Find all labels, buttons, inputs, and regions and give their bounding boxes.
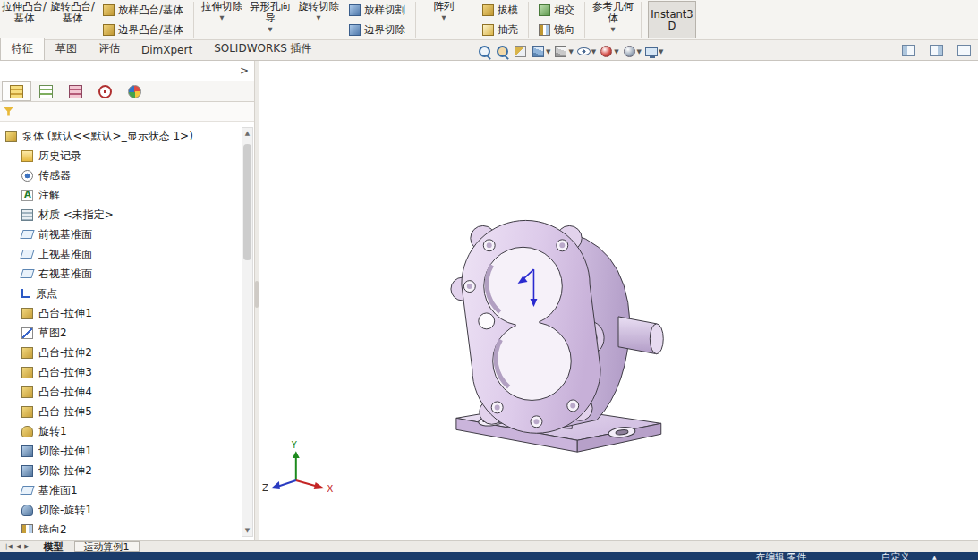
view-toolbar-button[interactable]: ▼ [531, 44, 550, 59]
tree-item[interactable]: 凸台-拉伸1 [0, 303, 254, 323]
status-custom-button[interactable]: 自定义 [881, 552, 910, 560]
tree-item[interactable]: 草图2 [0, 323, 254, 343]
ribbon-button-shell[interactable]: 抽壳 [476, 20, 524, 39]
ribbon-button-reference-geometry[interactable]: 参考几何体▼ [589, 0, 637, 39]
ribbon-button-revolved-boss[interactable]: 旋转凸台/基体 [48, 0, 97, 39]
tree-filter-row [0, 102, 254, 122]
triad-x-label: X [327, 484, 334, 494]
tree-item[interactable]: 凸台-拉伸2 [0, 343, 254, 362]
pane-left-icon[interactable] [902, 45, 915, 56]
ribbon-button-boundary-cut[interactable]: 边界切除 [343, 20, 412, 39]
tree-item[interactable]: 基准面1 [0, 480, 254, 500]
ribbon-button-label: 旋转凸台/基体 [48, 1, 97, 24]
command-tab[interactable]: 草图 [45, 38, 88, 60]
pane-right-icon[interactable] [930, 45, 943, 56]
tree-item-label: 历史记录 [38, 148, 81, 164]
ribbon-button-lofted-boss[interactable]: 放样凸台/基体 [97, 0, 190, 20]
ribbon-button-revolved-cut[interactable]: 旋转切除▼ [294, 0, 343, 39]
panel-tab[interactable] [31, 81, 61, 101]
ribbon-button-lofted-cut[interactable]: 放样切割 [343, 0, 412, 20]
tree-item-label: 基准面1 [38, 483, 78, 498]
command-tab[interactable]: SOLIDWORKS 插件 [203, 38, 322, 60]
study-tab[interactable]: 模型 [35, 541, 72, 552]
tree-item[interactable]: 材质 <未指定> [0, 205, 254, 225]
panel-tab[interactable] [90, 81, 120, 101]
panel-tab[interactable] [2, 81, 31, 101]
tree-item[interactable]: 原点 [0, 284, 254, 303]
dropdown-arrow-icon[interactable]: ▼ [610, 26, 615, 33]
model-stub-cylinder[interactable] [618, 317, 663, 354]
tree-item[interactable]: 镜向2 [0, 520, 254, 533]
ribbon-button-mirror[interactable]: 镜向 [532, 20, 581, 39]
boss-extrude-icon [21, 347, 33, 359]
view-toolbar-button[interactable]: ▼ [576, 44, 596, 59]
view-toolbar-button[interactable]: ▼ [622, 44, 642, 59]
tree-item-label: 凸台-拉伸4 [38, 385, 92, 400]
command-tab[interactable]: 评估 [88, 38, 131, 60]
ribbon-button-boundary-boss[interactable]: 边界凸台/基体 [97, 20, 190, 39]
dropdown-arrow-icon[interactable]: ▼ [659, 48, 663, 55]
view-toolbar-button[interactable]: ▼ [599, 44, 618, 59]
dropdown-arrow-icon[interactable]: ▼ [441, 14, 446, 21]
view-toolbar-button[interactable]: ▼ [644, 45, 663, 59]
previous-study-icon[interactable]: ◀ [16, 543, 21, 550]
collapse-ribbon-icon[interactable] [957, 45, 971, 56]
ribbon-button-boss-extrude[interactable]: 拉伸凸台/基体 [0, 0, 48, 39]
panel-tab[interactable] [120, 81, 149, 101]
ribbon-button-hole-wizard[interactable]: 异形孔向导▼ [246, 0, 294, 39]
model-dowel-hole[interactable] [479, 313, 495, 329]
tree-item[interactable]: 旋转1 [0, 421, 254, 441]
first-study-icon[interactable]: |◀ [5, 543, 13, 550]
tree-item[interactable]: 传感器 [0, 165, 254, 185]
command-tab[interactable]: DimXpert [131, 41, 203, 60]
dropdown-arrow-icon[interactable]: ▼ [268, 26, 272, 33]
ribbon-button-extruded-cut[interactable]: 拉伸切除▼ [198, 0, 246, 39]
tree-root-item[interactable]: 泵体 (默认<<默认>_显示状态 1>) [0, 126, 254, 146]
ribbon-separator [415, 2, 416, 38]
model-geometry[interactable] [451, 220, 663, 452]
tree-item[interactable]: 切除-拉伸2 [0, 461, 254, 480]
tree-item[interactable]: 注解 [0, 185, 254, 205]
ribbon-button-intersect[interactable]: 相交 [532, 0, 581, 20]
panel-tab[interactable] [61, 81, 90, 101]
window-pane-icons [902, 45, 971, 56]
dropdown-arrow-icon[interactable]: ▼ [591, 48, 596, 55]
tree-scrollbar[interactable]: ▲ ▼ [242, 127, 253, 537]
ribbon-button-draft[interactable]: 拔模 [476, 0, 524, 20]
pump-body-model[interactable]: Y X Z [259, 61, 978, 540]
tree-item[interactable]: 上视基准面 [0, 244, 254, 264]
view-toolbar-button[interactable] [513, 44, 528, 59]
scroll-up-icon[interactable]: ▲ [245, 128, 250, 139]
ribbon-separator [528, 2, 529, 38]
tree-item[interactable]: 历史记录 [0, 146, 254, 165]
dropdown-arrow-icon[interactable]: ▼ [637, 48, 642, 55]
dropdown-arrow-icon[interactable]: ▼ [219, 14, 224, 21]
tree-item[interactable]: 凸台-拉伸4 [0, 382, 254, 402]
tree-item[interactable]: 切除-旋转1 [0, 500, 254, 520]
tree-item[interactable]: 凸台-拉伸5 [0, 402, 254, 421]
view-toolbar-button[interactable]: ▼ [553, 44, 573, 59]
dropdown-arrow-icon[interactable]: ▼ [568, 48, 573, 55]
tree-item[interactable]: 右视基准面 [0, 264, 254, 284]
tree-item[interactable]: 凸台-拉伸3 [0, 362, 254, 382]
view-toolbar-button[interactable] [477, 44, 492, 59]
scroll-down-icon[interactable]: ▼ [245, 525, 250, 536]
filter-icon[interactable] [4, 107, 13, 116]
study-tab[interactable]: 运动算例1 [74, 541, 140, 552]
ribbon-button-linear-pattern[interactable]: 阵列▼ [420, 0, 468, 39]
dropdown-arrow-icon[interactable]: ▼ [316, 14, 320, 21]
dropdown-arrow-icon[interactable]: ▼ [614, 48, 618, 55]
tree-item[interactable]: 切除-拉伸1 [0, 441, 254, 461]
scrollbar-thumb[interactable] [243, 144, 251, 260]
command-tab[interactable]: 特征 [0, 38, 45, 60]
tree-item[interactable]: 前视基准面 [0, 225, 254, 244]
next-study-icon[interactable]: ▶ [24, 543, 29, 550]
command-tab-bar: 特征 草图 评估 DimXpert SOLIDWORKS 插件 [0, 40, 978, 61]
dropdown-arrow-icon[interactable]: ▼ [546, 48, 550, 55]
panel-expand-button[interactable]: > [240, 64, 249, 77]
view-toolbar-button[interactable] [495, 44, 510, 59]
ribbon-button-instant3d[interactable]: Instant3D [648, 1, 696, 38]
graphics-viewport[interactable]: Y X Z [259, 61, 978, 540]
triad-y-label: Y [291, 440, 298, 450]
status-custom-arrow-icon[interactable]: ▲ [932, 553, 937, 560]
